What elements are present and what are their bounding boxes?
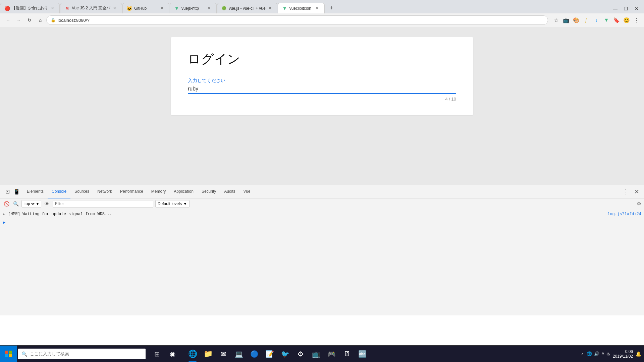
address-input[interactable]: 🔒 localhost:8080/?	[46, 15, 548, 25]
svg-rect-2	[5, 354, 8, 357]
tab-network[interactable]: Network	[93, 185, 116, 198]
notification-icon[interactable]: 🔔	[636, 351, 641, 357]
download-icon[interactable]: ↓	[592, 16, 600, 24]
devtools-device-icon[interactable]: 📱	[12, 187, 21, 196]
taskbar-app-powershell[interactable]: 💻	[231, 346, 246, 362]
devtools-inspect-icon[interactable]: ⊡	[3, 187, 12, 196]
svg-rect-1	[9, 351, 12, 354]
volume-icon[interactable]: 🔊	[594, 351, 599, 356]
taskbar-app-chrome[interactable]: 🌐	[185, 346, 200, 362]
tab-favicon-vuejs-http: ▼	[174, 6, 179, 11]
tab-close-vueclibitcoin[interactable]: ✕	[314, 5, 320, 11]
minimize-button[interactable]: —	[610, 4, 620, 13]
tab-sources[interactable]: Sources	[70, 185, 93, 198]
tab-security[interactable]: Security	[198, 185, 220, 198]
ime-icon[interactable]: あ	[606, 351, 610, 356]
taskbar-chevron-icon[interactable]: ∧	[581, 352, 584, 356]
tab-manga[interactable]: 🔴 【漫画】少食にあり ✕	[0, 3, 60, 13]
taskbar-app-explorer[interactable]: 📁	[201, 346, 215, 362]
console-levels-text: Default levels	[158, 201, 182, 206]
taskbar-app-chrome2[interactable]: 🔵	[247, 346, 262, 362]
devtools-toolbar: ⊡ 📱 Elements Console Sources Network Per…	[0, 185, 644, 198]
console-expand-icon[interactable]: ▶	[3, 212, 8, 216]
keyboard-icon[interactable]: A	[601, 351, 604, 356]
tab-close-vuejs-http[interactable]: ✕	[206, 5, 212, 11]
new-tab-button[interactable]: +	[326, 3, 337, 13]
maximize-button[interactable]: ❐	[621, 4, 631, 13]
taskbar-app-lang[interactable]: 🔤	[355, 346, 370, 362]
taskbar-app-vscode[interactable]: 📝	[262, 346, 277, 362]
console-eye-icon[interactable]: 👁	[43, 200, 51, 207]
tab-close-github[interactable]: ✕	[159, 5, 165, 11]
tab-close-manga[interactable]: ✕	[49, 5, 55, 11]
tab-title-vuejs2: Vue JS 2 入門 完全パ	[72, 5, 110, 11]
taskbar-clock[interactable]: 0:06 2019/11/02	[613, 349, 633, 359]
tab-vue[interactable]: Vue	[239, 185, 255, 198]
network-icon[interactable]: 🌐	[587, 351, 592, 356]
back-button[interactable]: ←	[3, 15, 13, 25]
pocket-icon[interactable]: 🔖	[612, 16, 621, 24]
bookmark-icon[interactable]: ☆	[552, 16, 560, 24]
menu-icon[interactable]: ⋮	[633, 16, 641, 24]
login-title: ログイン	[188, 51, 456, 68]
tab-vuejs2[interactable]: M Vue JS 2 入門 完全パ ✕	[60, 3, 122, 13]
tab-favicon-github: 🐱	[127, 6, 132, 11]
taskbar-app-terminal[interactable]: 🖥	[339, 346, 354, 362]
taskbar-task-view[interactable]: ⊞	[150, 346, 164, 362]
devtools-tabs: Elements Console Sources Network Perform…	[23, 185, 255, 198]
home-button[interactable]: ⌂	[36, 15, 45, 25]
reload-button[interactable]: ↻	[25, 15, 34, 25]
taskbar-app-game[interactable]: 🎮	[324, 346, 339, 362]
login-input-value[interactable]: ruby	[188, 85, 456, 93]
tab-console[interactable]: Console	[48, 185, 70, 198]
tab-vueclibitcoin[interactable]: ▼ vueclibitcoin ✕	[278, 3, 325, 13]
taskbar-app-mail[interactable]: ✉	[216, 346, 231, 362]
devtools-more-button[interactable]: ⋮	[621, 188, 631, 195]
taskbar-sys-icons: 🌐 🔊 A あ	[587, 351, 610, 356]
console-filter-input[interactable]	[53, 200, 153, 207]
console-output: ▶ [HMR] Waiting for update signal from W…	[0, 209, 644, 228]
taskbar-app-settings[interactable]: ⚙	[293, 346, 308, 362]
tab-close-vue-cli[interactable]: ✕	[267, 5, 273, 11]
login-input-wrap[interactable]: ruby	[188, 85, 456, 94]
taskbar-cortana[interactable]: ◉	[165, 346, 180, 362]
tab-elements[interactable]: Elements	[23, 185, 48, 198]
tab-vue-cli[interactable]: 🟢 vue.js - vue-cli + vue ✕	[217, 3, 277, 13]
tab-memory[interactable]: Memory	[147, 185, 170, 198]
tab-github[interactable]: 🐱 GitHub ✕	[122, 3, 169, 13]
tab-audits[interactable]: Audits	[220, 185, 239, 198]
devtools-close-button[interactable]: ✕	[632, 188, 641, 195]
console-log-source[interactable]: log.js?1afd:24	[601, 212, 641, 217]
tab-title-manga: 【漫画】少食にあり	[12, 5, 48, 11]
console-clear-button[interactable]: 🚫	[3, 200, 10, 207]
forward-button[interactable]: →	[14, 15, 23, 25]
colorpick-icon[interactable]: 🎨	[572, 16, 580, 24]
taskbar-search-box[interactable]: 🔍	[18, 349, 146, 359]
tab-favicon-vue-cli: 🟢	[221, 6, 227, 11]
console-context-select[interactable]: top ▼	[21, 200, 41, 207]
console-caret-icon[interactable]: ▶	[3, 220, 5, 225]
tab-title-vuejs-http: vuejs-http	[181, 6, 205, 11]
format-icon[interactable]: ƒ	[582, 16, 590, 24]
svg-rect-3	[9, 354, 12, 357]
login-char-count: 4 / 10	[188, 97, 456, 102]
login-label: 入力してください	[188, 78, 456, 84]
console-levels-select[interactable]: Default levels ▼	[155, 200, 190, 207]
context-dropdown[interactable]: top	[23, 201, 36, 206]
console-settings-icon[interactable]: ⚙	[637, 200, 641, 207]
tab-close-vuejs2[interactable]: ✕	[112, 5, 118, 11]
cast-icon[interactable]: 📺	[562, 16, 570, 24]
close-button[interactable]: ✕	[632, 4, 641, 13]
taskbar-search-input[interactable]	[30, 351, 142, 356]
console-filter-toggle[interactable]: 🔍	[12, 200, 19, 207]
start-button[interactable]	[0, 346, 17, 362]
devtools-tab-right: ⋮ ✕	[621, 188, 641, 195]
tab-vuejs-http[interactable]: ▼ vuejs-http ✕	[170, 3, 217, 13]
avatar-icon[interactable]: 😊	[623, 16, 631, 24]
taskbar-app-twitter[interactable]: 🐦	[278, 346, 292, 362]
tab-application[interactable]: Application	[170, 185, 198, 198]
vuejs-devtools-icon[interactable]: ▼	[602, 16, 610, 24]
taskbar-app-tv[interactable]: 📺	[309, 346, 323, 362]
toolbar-icons: ☆ 📺 🎨 ƒ ↓ ▼ 🔖 😊 ⋮	[552, 16, 641, 24]
tab-performance[interactable]: Performance	[116, 185, 147, 198]
